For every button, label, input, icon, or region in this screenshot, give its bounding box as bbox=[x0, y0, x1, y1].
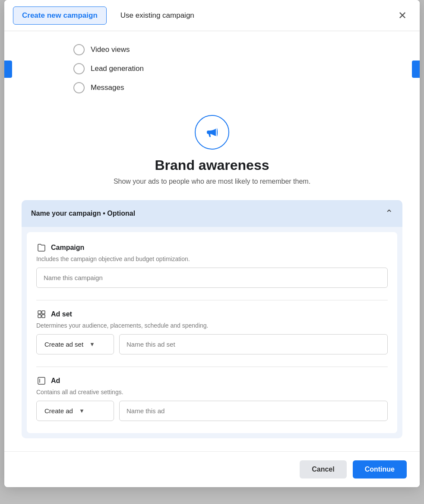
ad-title: Ad bbox=[51, 377, 60, 385]
ad-dropdown-label: Create ad bbox=[44, 407, 73, 415]
adset-title-row: Ad set bbox=[36, 309, 388, 319]
radio-circle-lead bbox=[73, 63, 85, 74]
radio-item-messages[interactable]: Messages bbox=[73, 82, 124, 93]
radio-circle-messages bbox=[73, 82, 85, 93]
adset-title: Ad set bbox=[51, 310, 72, 318]
name-section-body: Campaign Includes the campaign objective… bbox=[27, 232, 397, 433]
ad-icon bbox=[36, 376, 47, 386]
ad-desc: Contains all ad creative settings. bbox=[36, 389, 388, 396]
radio-label-video: Video views bbox=[91, 45, 130, 54]
radio-options-list: Video views Lead generation Messages bbox=[22, 31, 402, 102]
grid-icon bbox=[36, 309, 47, 319]
name-section: Name your campaign • Optional ⌃ Campai bbox=[22, 200, 402, 438]
divider-adset-ad bbox=[36, 367, 388, 367]
divider-campaign-adset bbox=[36, 300, 388, 300]
adset-group: Ad set Determines your audience, placeme… bbox=[36, 309, 388, 354]
name-section-header[interactable]: Name your campaign • Optional ⌃ bbox=[22, 200, 402, 227]
svg-rect-0 bbox=[38, 311, 41, 314]
adset-name-input[interactable] bbox=[119, 334, 388, 354]
megaphone-icon bbox=[204, 124, 220, 140]
chevron-up-icon: ⌃ bbox=[385, 208, 393, 219]
tab-use-existing[interactable]: Use existing campaign bbox=[112, 7, 203, 24]
continue-button[interactable]: Continue bbox=[353, 460, 407, 478]
radio-circle-video bbox=[73, 44, 85, 55]
radio-label-messages: Messages bbox=[91, 83, 124, 92]
close-button[interactable]: ✕ bbox=[394, 7, 411, 24]
name-section-title: Name your campaign • Optional bbox=[31, 210, 135, 217]
ad-inputs-row: Create ad ▼ bbox=[36, 401, 388, 421]
brand-title: Brand awareness bbox=[155, 157, 269, 173]
brand-awareness-section: Brand awareness Show your ads to people … bbox=[22, 102, 402, 196]
brand-icon-circle bbox=[195, 115, 229, 150]
campaign-desc: Includes the campaign objective and budg… bbox=[36, 255, 388, 262]
svg-rect-2 bbox=[38, 315, 41, 318]
modal-header: Create new campaign Use existing campaig… bbox=[4, 0, 420, 31]
radio-item-lead-gen[interactable]: Lead generation bbox=[73, 63, 144, 74]
adset-dropdown-arrow-icon: ▼ bbox=[89, 341, 95, 348]
svg-rect-1 bbox=[42, 311, 45, 314]
ad-dropdown-arrow-icon: ▼ bbox=[79, 408, 85, 414]
radio-item-video-views[interactable]: Video views bbox=[73, 44, 130, 55]
campaign-title: Campaign bbox=[51, 244, 84, 252]
cancel-button[interactable]: Cancel bbox=[300, 460, 346, 478]
modal-footer: Cancel Continue bbox=[4, 451, 420, 487]
svg-rect-4 bbox=[38, 377, 45, 384]
radio-label-lead: Lead generation bbox=[91, 64, 144, 73]
campaign-name-input[interactable] bbox=[36, 268, 388, 288]
campaign-title-row: Campaign bbox=[36, 242, 388, 253]
close-icon: ✕ bbox=[398, 10, 407, 22]
adset-dropdown[interactable]: Create ad set ▼ bbox=[36, 334, 114, 354]
campaign-group: Campaign Includes the campaign objective… bbox=[36, 242, 388, 288]
ad-dropdown[interactable]: Create ad ▼ bbox=[36, 401, 114, 421]
svg-rect-3 bbox=[42, 315, 45, 318]
adset-desc: Determines your audience, placements, sc… bbox=[36, 322, 388, 329]
modal-content: Video views Lead generation Messages bbox=[4, 31, 420, 451]
ad-group: Ad Contains all ad creative settings. Cr… bbox=[36, 376, 388, 421]
adset-dropdown-label: Create ad set bbox=[44, 341, 83, 348]
brand-desc: Show your ads to people who are most lik… bbox=[114, 178, 310, 185]
modal-dialog: Create new campaign Use existing campaig… bbox=[4, 0, 420, 487]
side-art-right bbox=[412, 61, 420, 78]
folder-icon bbox=[36, 242, 47, 253]
adset-inputs-row: Create ad set ▼ bbox=[36, 334, 388, 354]
ad-title-row: Ad bbox=[36, 376, 388, 386]
ad-name-input[interactable] bbox=[119, 401, 388, 421]
tab-create-campaign[interactable]: Create new campaign bbox=[13, 6, 107, 25]
side-art-left bbox=[4, 61, 12, 78]
